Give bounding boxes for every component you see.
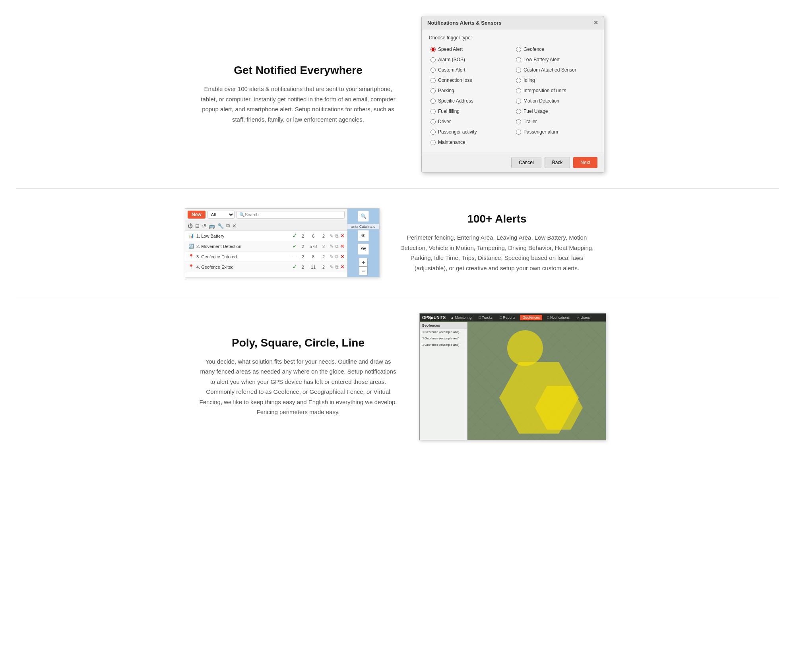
option-interposition[interactable]: Interposition of units (514, 86, 597, 95)
copy-icon[interactable]: ⧉ (226, 223, 230, 229)
alerts-toolbar: New All Active Inactive 🔍 (185, 209, 347, 221)
alert3-count3: 2 (319, 254, 328, 259)
alert4-count1: 2 (299, 265, 307, 269)
alert3-icon: 📍 (188, 254, 195, 259)
option-fuel-filling[interactable]: Fuel filling (429, 107, 511, 116)
alert3-delete[interactable]: ✕ (340, 254, 345, 260)
option-motion-detection[interactable]: Motion Detection (514, 96, 597, 106)
alert1-edit[interactable]: ✎ (330, 233, 334, 239)
option-specific-address[interactable]: Specific Address (429, 96, 511, 106)
option-passenger-activity[interactable]: Passenger activity (429, 127, 511, 137)
trigger-label: Choose trigger type: (429, 35, 597, 41)
notifications-dialog: Notifications Alerts & Sensors ✕ Choose … (421, 16, 604, 172)
map-area-label: anta Catalina d (347, 224, 379, 229)
map-zoom-controls: + − (359, 258, 368, 275)
close-icon[interactable]: ✕ (232, 223, 237, 229)
tab-monitoring[interactable]: ▲ Monitoring (448, 315, 474, 320)
alert1-name: 1. Low Battery (196, 234, 291, 238)
map-zoom-out[interactable]: − (359, 267, 368, 275)
alert4-delete[interactable]: ✕ (340, 264, 345, 270)
dialog-close-icon[interactable]: ✕ (593, 19, 598, 26)
geofence-circle (507, 330, 543, 366)
option-custom-alert[interactable]: Custom Alert (429, 65, 511, 75)
option-trailer[interactable]: Trailer (514, 117, 597, 126)
dialog-content: Choose trigger type: Speed Alert Geofenc… (422, 29, 604, 153)
map-layers-button[interactable]: 🗺 (358, 244, 369, 255)
alert2-edit[interactable]: ✎ (330, 244, 334, 249)
section-geofence: Poly, Square, Circle, Line You decide, w… (159, 297, 636, 456)
alert4-copy[interactable]: ⧉ (335, 264, 339, 270)
alert4-count3: 2 (319, 265, 328, 269)
option-parking[interactable]: Parking (429, 86, 511, 95)
alert-row-3: 📍 3. Geofence Entered — 2 8 2 ✎ ⧉ ✕ (185, 252, 347, 262)
option-low-battery[interactable]: Low Battery Alert (514, 55, 597, 64)
tab-notifications[interactable]: □ Notifications (545, 315, 572, 320)
option-speed-alert[interactable]: Speed Alert (429, 45, 511, 54)
alert1-copy[interactable]: ⧉ (335, 233, 339, 239)
alerts-panel: New All Active Inactive 🔍 ⏻ ⊟ ↺ (185, 208, 380, 277)
section1-body: Enable over 100 alerts & notifications t… (199, 84, 398, 124)
geofence-map-area (467, 322, 606, 440)
alert4-icon: 📍 (188, 264, 195, 269)
alert3-count1: 2 (299, 254, 307, 259)
section3-title: Poly, Square, Circle, Line (199, 337, 398, 349)
alert2-copy[interactable]: ⧉ (335, 244, 339, 249)
geofence-sidebar: Geofences □ Geofence (example anti) □ Ge… (420, 322, 467, 440)
section2-text: 100+ Alerts Perimeter fencing, Entering … (382, 205, 612, 281)
alerts-search-box[interactable]: 🔍 (237, 211, 345, 219)
option-idling[interactable]: Idling (514, 76, 597, 85)
alert3-name: 3. Geofence Entered (196, 254, 290, 259)
cancel-button[interactable]: Cancel (511, 157, 541, 168)
section2-body: Perimeter fencing, Entering Area, Leavin… (398, 232, 596, 273)
map-search-button[interactable]: 🔍 (358, 211, 369, 222)
tool-icon[interactable]: 🔧 (217, 223, 224, 229)
tab-tracks[interactable]: □ Tracks (477, 315, 495, 320)
option-maintenance[interactable]: Maintenance (429, 137, 511, 147)
alert2-delete[interactable]: ✕ (340, 243, 345, 249)
refresh-icon[interactable]: ↺ (202, 223, 206, 229)
option-driver[interactable]: Driver (429, 117, 511, 126)
app-logo: GPS▶UNITS (422, 316, 446, 320)
alert-row-1: 📊 1. Low Battery ✓ 2 6 2 ✎ ⧉ ✕ (185, 231, 347, 241)
dialog-title: Notifications Alerts & Sensors (427, 20, 502, 26)
tab-reports[interactable]: □ Reports (497, 315, 518, 320)
alert1-count3: 2 (319, 234, 328, 238)
back-button[interactable]: Back (545, 157, 570, 168)
sidebar-row-1[interactable]: □ Geofence (example anti) (420, 329, 467, 335)
option-empty (514, 137, 597, 147)
option-geofence[interactable]: Geofence (514, 45, 597, 54)
map-zoom-in[interactable]: + (359, 258, 368, 267)
alert2-name: 2. Movement Detection (196, 244, 291, 249)
alerts-list: New All Active Inactive 🔍 ⏻ ⊟ ↺ (185, 209, 347, 277)
sidebar-header: Geofences (420, 322, 467, 329)
alert2-icon: 🔄 (188, 244, 195, 249)
sidebar-row-2[interactable]: □ Geofence (example anti) (420, 335, 467, 342)
option-custom-sensor[interactable]: Custom Attached Sensor (514, 65, 597, 75)
tab-users[interactable]: △ Users (574, 315, 592, 320)
bus-icon[interactable]: 🚌 (209, 223, 215, 229)
tab-geofences[interactable]: Geofences (520, 315, 542, 320)
option-alarm[interactable]: Alarm (SOS) (429, 55, 511, 64)
alert2-count1: 2 (299, 244, 307, 249)
option-fuel-usage[interactable]: Fuel Usage (514, 107, 597, 116)
alert2-count2: 578 (309, 244, 318, 249)
alert3-edit[interactable]: ✎ (330, 254, 334, 260)
section-alerts: 100+ Alerts Perimeter fencing, Entering … (159, 189, 636, 297)
alert2-count3: 2 (319, 244, 328, 249)
map-eye-button[interactable]: 👁 (358, 230, 369, 241)
alert4-edit[interactable]: ✎ (330, 264, 334, 270)
alert3-copy[interactable]: ⧉ (335, 254, 339, 260)
alert2-check: ✓ (293, 243, 297, 249)
option-connection-loss[interactable]: Connection loss (429, 76, 511, 85)
power-icon[interactable]: ⏻ (188, 223, 193, 229)
new-alert-button[interactable]: New (188, 211, 206, 219)
search-input[interactable] (245, 212, 285, 217)
next-button[interactable]: Next (573, 157, 597, 168)
option-passenger-alarm[interactable]: Passenger alarm (514, 127, 597, 137)
list-icon[interactable]: ⊟ (195, 223, 200, 229)
sidebar-row-3[interactable]: □ Geofence (example anti) (420, 342, 467, 348)
alert3-check: — (292, 254, 297, 260)
section3-image: GPS▶UNITS ▲ Monitoring □ Tracks □ Report… (413, 313, 612, 440)
alerts-filter[interactable]: All Active Inactive (207, 211, 235, 219)
alert1-delete[interactable]: ✕ (340, 233, 345, 239)
